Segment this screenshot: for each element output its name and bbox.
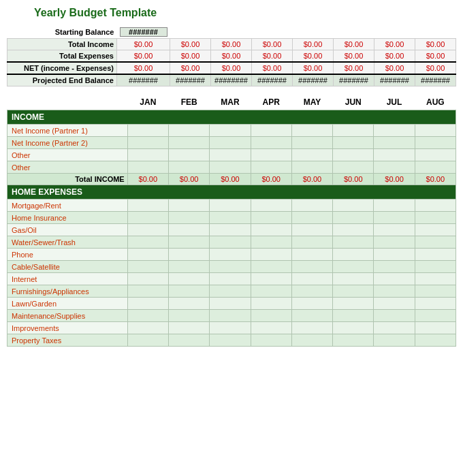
total-expenses-row: Total Expenses $0.00 $0.00 $0.00 $0.00 $…	[7, 50, 456, 63]
starting-balance-row: Starting Balance #######	[7, 26, 456, 39]
income-item-4-label: Other	[7, 161, 128, 174]
income-section-header: INCOME	[7, 110, 456, 125]
total-income-row: Total Income $0.00 $0.00 $0.00 $0.00 $0.…	[7, 39, 456, 50]
projected-label: Projected End Balance	[7, 74, 117, 86]
home-item-8-label: Furnishings/Appliances	[7, 285, 128, 298]
starting-balance-cell: #######	[117, 26, 170, 39]
month-jul: JUL	[374, 95, 415, 110]
total-income-summary-row: Total INCOME $0.00 $0.00 $0.00 $0.00 $0.…	[7, 174, 456, 185]
home-item-6: Cable/Satellite	[7, 261, 456, 273]
month-jun: JUN	[333, 95, 374, 110]
home-item-6-label: Cable/Satellite	[7, 261, 128, 273]
total-income-may: $0.00	[293, 39, 334, 50]
home-item-5-label: Phone	[7, 249, 128, 261]
home-item-3: Gas/Oil	[7, 224, 456, 236]
total-income-jun: $0.00	[334, 39, 374, 50]
total-income-feb: $0.00	[170, 39, 211, 50]
income-item-3: Other	[7, 149, 456, 161]
income-item-3-label: Other	[7, 149, 128, 161]
home-item-4: Water/Sewer/Trash	[7, 236, 456, 249]
total-income-summary-label: Total INCOME	[7, 174, 128, 185]
home-item-4-label: Water/Sewer/Trash	[7, 236, 128, 249]
home-item-2-label: Home Insurance	[7, 212, 128, 224]
total-income-apr: $0.00	[252, 39, 293, 50]
empty-header	[7, 95, 128, 110]
income-item-4: Other	[7, 161, 456, 174]
home-item-8: Furnishings/Appliances	[7, 285, 456, 298]
month-may: MAY	[291, 95, 332, 110]
month-apr: APR	[251, 95, 291, 110]
home-item-1-label: Mortgage/Rent	[7, 200, 128, 212]
home-item-9-label: Lawn/Garden	[7, 298, 128, 310]
total-income-mar: $0.00	[211, 39, 252, 50]
income-item-1-label: Net Income (Partner 1)	[7, 125, 128, 137]
total-income-aug: $0.00	[415, 39, 456, 50]
home-item-3-label: Gas/Oil	[7, 224, 128, 236]
projected-row: Projected End Balance ####### ####### ##…	[7, 74, 456, 86]
net-row: NET (income - Expenses) $0.00 $0.00 $0.0…	[7, 62, 456, 74]
total-expenses-label: Total Expenses	[7, 50, 117, 63]
month-aug: AUG	[415, 95, 456, 110]
total-expenses-jan: $0.00	[117, 50, 170, 63]
home-item-1: Mortgage/Rent	[7, 200, 456, 212]
months-header: JAN FEB MAR APR MAY JUN JUL AUG	[7, 95, 456, 110]
home-item-7: Internet	[7, 273, 456, 285]
income-item-2-label: Net Income (Partner 2)	[7, 137, 128, 149]
income-header-label: INCOME	[7, 110, 456, 125]
home-item-9: Lawn/Garden	[7, 298, 456, 310]
home-item-11: Improvements	[7, 322, 456, 334]
month-mar: MAR	[210, 95, 251, 110]
total-income-jul: $0.00	[374, 39, 415, 50]
month-feb: FEB	[168, 95, 209, 110]
home-item-2: Home Insurance	[7, 212, 456, 224]
home-expenses-section-header: HOME EXPENSES	[7, 185, 456, 200]
home-item-12-label: Property Taxes	[7, 334, 128, 347]
home-expenses-header-label: HOME EXPENSES	[7, 185, 456, 200]
home-item-10-label: Maintenance/Supplies	[7, 310, 128, 322]
month-jan: JAN	[127, 95, 168, 110]
home-item-5: Phone	[7, 249, 456, 261]
total-income-jan: $0.00	[117, 39, 170, 50]
total-income-label: Total Income	[7, 39, 117, 50]
home-item-12: Property Taxes	[7, 334, 456, 347]
net-label: NET (income - Expenses)	[7, 62, 117, 74]
starting-balance-value[interactable]: #######	[120, 27, 167, 37]
home-item-11-label: Improvements	[7, 322, 128, 334]
page-title: Yearly Budget Template	[7, 7, 456, 19]
home-item-7-label: Internet	[7, 273, 128, 285]
starting-balance-label: Starting Balance	[7, 26, 117, 39]
home-item-10: Maintenance/Supplies	[7, 310, 456, 322]
income-item-1: Net Income (Partner 1)	[7, 125, 456, 137]
income-item-2: Net Income (Partner 2)	[7, 137, 456, 149]
